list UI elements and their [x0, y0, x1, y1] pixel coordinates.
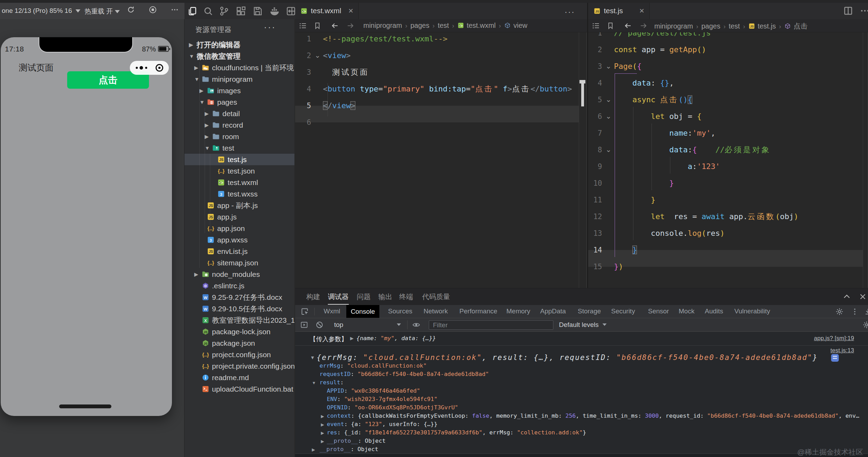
- devtools-tab-sources[interactable]: Sources: [388, 307, 412, 315]
- collapse-arrow-icon[interactable]: ▼: [310, 355, 315, 360]
- inspect-element-icon[interactable]: [301, 307, 309, 316]
- save-icon[interactable]: [252, 6, 263, 17]
- tree-item-uploadCloudFunction.bat[interactable]: uploadCloudFunction.bat: [184, 383, 294, 395]
- activity-files-icon[interactable]: [187, 6, 198, 17]
- git-branch-icon[interactable]: [219, 6, 230, 17]
- nav-back-icon[interactable]: [624, 22, 632, 30]
- close-panel-icon[interactable]: [858, 292, 867, 301]
- expand-arrow-icon[interactable]: ▶: [321, 439, 324, 444]
- breadcrumb-item[interactable]: miniprogram: [363, 22, 402, 29]
- panel-tab-problems[interactable]: 问题: [357, 292, 371, 302]
- tree-item-_[interactable]: ▼微信教室管理: [184, 50, 294, 62]
- tree-item-record[interactable]: ▶record: [184, 119, 294, 131]
- devtools-more-icon[interactable]: [851, 307, 859, 316]
- breadcrumb-item[interactable]: test: [729, 22, 740, 30]
- tree-item-sitemap.json[interactable]: {..}sitemap.json: [184, 257, 294, 268]
- tree-item-envList.js[interactable]: JSenvList.js: [184, 246, 294, 257]
- breadcrumb-item[interactable]: test: [438, 22, 449, 29]
- cloud-result-chip-icon[interactable]: [831, 354, 839, 362]
- scrollbar-track[interactable]: [579, 32, 587, 288]
- bookmark-icon[interactable]: [606, 22, 615, 30]
- scrollbar-track[interactable]: [863, 32, 868, 288]
- devtools-tab-storage[interactable]: Storage: [578, 307, 601, 315]
- close-tab-icon[interactable]: ×: [639, 6, 644, 16]
- expand-arrow-icon[interactable]: ▶: [350, 336, 354, 341]
- devtools-tab-audits[interactable]: Audits: [705, 307, 723, 315]
- tree-item-test.wxml[interactable]: <>test.wxml: [184, 177, 294, 188]
- editor-left-more-button[interactable]: ···: [565, 7, 575, 17]
- source-link[interactable]: test.js:13: [830, 347, 854, 354]
- code-area[interactable]: 1// pages/test/test.js2const app = getAp…: [588, 32, 868, 288]
- panel-tab-output[interactable]: 输出: [378, 292, 392, 302]
- tree-item-package.json[interactable]: JSpackage.json: [184, 337, 294, 349]
- devtools-settings-icon[interactable]: [835, 307, 844, 316]
- tab-test-js[interactable]: JStest.js×: [589, 3, 650, 19]
- nav-back-icon[interactable]: [331, 22, 339, 30]
- panel-tab-code-quality[interactable]: 代码质量: [422, 292, 450, 302]
- expand-arrow-icon[interactable]: ▶: [321, 422, 324, 427]
- tree-item-test.wxss[interactable]: 3test.wxss: [184, 188, 294, 200]
- tree-item-package-lock.json[interactable]: JSpackage-lock.json: [184, 326, 294, 337]
- tree-item-app.js[interactable]: JSapp.js: [184, 211, 294, 223]
- editor-more-button[interactable]: [860, 6, 868, 17]
- tree-item-test.js[interactable]: JStest.js: [184, 154, 294, 165]
- breadcrumb-item[interactable]: view: [513, 22, 527, 29]
- expand-arrow-icon[interactable]: ▶: [312, 447, 315, 452]
- devtools-tab-performance[interactable]: Performance: [459, 307, 497, 315]
- breadcrumb-item[interactable]: 点击: [794, 22, 807, 30]
- nav-forward-icon[interactable]: [639, 22, 648, 30]
- bookmark-icon[interactable]: [313, 22, 322, 30]
- expand-arrow-icon[interactable]: ▶: [321, 431, 324, 435]
- devtools-tab-wxml[interactable]: Wxml: [324, 307, 340, 315]
- devtools-tab-console[interactable]: Console: [346, 305, 379, 318]
- fold-chevron-icon[interactable]: ⌄: [606, 91, 613, 108]
- tree-item-project.private.config.json[interactable]: {..}project.private.config.json: [184, 360, 294, 372]
- tree-item-pages[interactable]: ▼pages: [184, 96, 294, 108]
- tree-item-9.25-9.27_.docx[interactable]: W9.25-9.27任务书.docx: [184, 291, 294, 303]
- tree-item-app_-_.js[interactable]: JSapp - 副本.js: [184, 200, 294, 211]
- devtools-tab-security[interactable]: Security: [611, 307, 635, 315]
- hot-reload-toggle[interactable]: 热重载 开: [85, 7, 120, 16]
- extensions-icon[interactable]: [235, 6, 246, 17]
- collapse-panel-icon[interactable]: [842, 292, 851, 301]
- tree-item-test.json[interactable]: {..}test.json: [184, 165, 294, 177]
- devtools-tab-sensor[interactable]: Sensor: [648, 307, 669, 315]
- code-area[interactable]: 1<!--pages/test/test.wxml-->2⌄<view>3 测试…: [295, 32, 587, 288]
- collapse-arrow-icon[interactable]: ▼: [312, 380, 316, 385]
- panel-tab-terminal[interactable]: 终端: [399, 292, 413, 302]
- clear-console-icon[interactable]: [315, 321, 324, 329]
- source-link[interactable]: app.js? [sm]:19: [814, 335, 854, 342]
- fold-chevron-icon[interactable]: ⌄: [606, 58, 613, 75]
- console-sidebar-toggle-icon[interactable]: [300, 321, 308, 329]
- breadcrumb-item[interactable]: test.wxml: [467, 22, 496, 29]
- download-icon[interactable]: [864, 307, 868, 316]
- breadcrumb-item[interactable]: pages: [410, 22, 429, 29]
- devtools-tab-network[interactable]: Network: [424, 307, 448, 315]
- refresh-button[interactable]: [127, 6, 137, 16]
- breadcrumb-item[interactable]: test.js: [758, 22, 776, 30]
- explorer-more-button[interactable]: ···: [264, 22, 276, 33]
- docker-icon[interactable]: [269, 6, 280, 17]
- breadcrumb-item[interactable]: pages: [701, 22, 720, 30]
- devtools-tab-appdata[interactable]: AppData: [540, 307, 566, 315]
- tree-item-9.29-10.5_.docx[interactable]: W9.29-10.5任务书.docx: [184, 303, 294, 314]
- panel-tab-build[interactable]: 构建: [306, 292, 320, 302]
- menu-dot[interactable]: [140, 66, 143, 70]
- tree-item-_2023_1...[interactable]: X教室管理数据导出2023_1...: [184, 314, 294, 326]
- tree-item-miniprogram[interactable]: ▼miniprogram: [184, 73, 294, 85]
- device-selector[interactable]: one 12/13 (Pro) 85% 16: [2, 7, 80, 15]
- tree-item-test[interactable]: ▼test: [184, 142, 294, 154]
- tree-item-readme.md[interactable]: readme.md: [184, 372, 294, 383]
- expand-arrow-icon[interactable]: ▶: [321, 414, 324, 419]
- panel-tab-debugger[interactable]: 调试器: [328, 292, 349, 302]
- devtools-tab-mock[interactable]: Mock: [679, 307, 694, 315]
- devtools-tab-memory[interactable]: Memory: [506, 307, 530, 315]
- tree-item-project.config.json[interactable]: {..}project.config.json: [184, 349, 294, 360]
- outline-icon[interactable]: [592, 22, 600, 30]
- breadcrumb-item[interactable]: miniprogram: [654, 22, 693, 30]
- console-settings-icon[interactable]: [862, 321, 868, 329]
- devtools-tab-vulnerability[interactable]: Vulnerability: [734, 307, 770, 315]
- fold-chevron-icon[interactable]: ⌄: [315, 47, 322, 64]
- console-context-select[interactable]: top: [334, 321, 343, 329]
- nav-forward-icon[interactable]: [346, 22, 355, 30]
